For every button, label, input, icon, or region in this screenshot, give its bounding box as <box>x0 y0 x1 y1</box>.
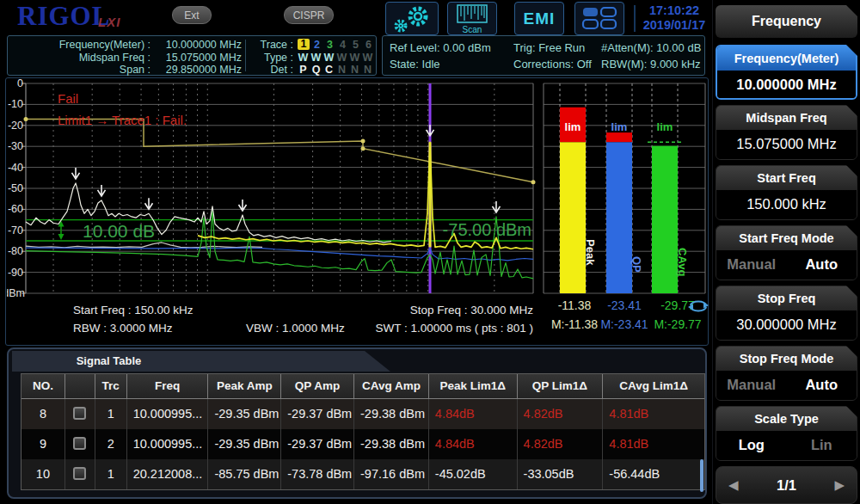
toggle-option-lin[interactable]: Lin <box>787 431 857 460</box>
marker-icon <box>98 185 106 196</box>
meter-bar-marker-value: M:-23.41 <box>597 317 652 331</box>
table-row[interactable]: 9210.000995...-29.35 dBm-29.37 dBm-29.38… <box>22 429 704 459</box>
column-header: QP Lim1Δ <box>518 374 604 399</box>
stop-freq-readout: Stop Freq : 30.000 MHz <box>410 304 533 317</box>
scan-button[interactable]: Scan <box>447 2 497 35</box>
column-header <box>65 374 95 399</box>
ext-trigger-button[interactable]: Ext <box>172 6 212 24</box>
trace-row: Trace :123456 <box>250 39 375 51</box>
menu-item-frequency-meter-[interactable]: Frequency(Meter)10.000000 MHz <box>716 45 857 100</box>
layout-grid-button[interactable] <box>574 2 624 35</box>
page-indicator: 1/1 <box>777 477 796 494</box>
vbw-readout: VBW : 1.0000 MHz <box>246 322 345 335</box>
cell-chk <box>65 399 95 429</box>
status-line: RBW(M): 9.000 kHz <box>601 56 701 72</box>
lim-label: lim <box>611 120 628 133</box>
limit-line <box>26 119 533 181</box>
toggle-option-manual[interactable]: Manual <box>716 250 787 280</box>
y-tick-label: -40 <box>8 162 23 174</box>
cell-peak_d: 4.84dB <box>429 399 518 429</box>
cell-qp: -29.37 dBm <box>281 399 354 429</box>
cell-no: 8 <box>22 399 65 429</box>
divider <box>245 40 246 71</box>
status-label: Span : <box>11 64 150 76</box>
signal-table: NO.TrcFreqPeak AmpQP AmpCAvg AmpPeak Lim… <box>21 373 705 490</box>
cell-cavg: -29.38 dBm <box>354 429 429 459</box>
emi-mode-button[interactable]: EMI <box>514 2 564 35</box>
trace-detector-2: Q <box>310 64 322 76</box>
bar-label-cavg: CAvg <box>676 248 689 277</box>
trace-row-label: Type : <box>250 52 293 64</box>
table-header-row: NO.TrcFreqPeak AmpQP AmpCAvg AmpPeak Lim… <box>22 374 704 399</box>
row-checkbox[interactable] <box>73 407 86 420</box>
system-status-panel: Ref Level: 0.00 dBmState: IdleTrig: Free… <box>382 35 705 76</box>
settings-button[interactable] <box>385 2 439 35</box>
page-next-icon[interactable]: ▶ <box>834 477 845 493</box>
scan-waveform-icon <box>457 4 488 23</box>
trace-number-1: 1 <box>298 39 310 50</box>
row-checkbox[interactable] <box>73 437 86 450</box>
row-checkbox[interactable] <box>73 467 86 480</box>
table-scrollbar[interactable] <box>700 459 703 492</box>
clock: 17:10:22 2019/01/17 <box>636 3 712 33</box>
cell-cavg: -97.16 dBm <box>354 459 429 489</box>
trace-row: Type :WWWWWW <box>250 52 374 64</box>
status-row: Midspan Freq :15.075000 MHz <box>11 52 242 64</box>
column-header: Peak Lim1Δ <box>429 374 518 399</box>
limit-vertex-dot <box>531 180 536 184</box>
column-header: NO. <box>22 374 65 399</box>
cell-trc: 2 <box>95 429 127 459</box>
meter-bar-Peak <box>560 142 586 293</box>
menu-item-stop-freq-mode[interactable]: Stop Freq ModeManualAuto <box>716 346 857 401</box>
toggle-option-manual[interactable]: Manual <box>716 371 787 400</box>
meter-bar-marker-value: M:-29.77 <box>650 317 705 331</box>
trace-number-4: 4 <box>336 39 349 51</box>
swap-icon[interactable] <box>687 299 710 313</box>
column-header: Freq <box>127 374 209 399</box>
frequency-status-panel: Trace :123456Type :WWWWWWDet :PQCNNN Fre… <box>7 35 377 76</box>
toggle-option-auto[interactable]: Auto <box>787 371 857 400</box>
cell-peak: -29.35 dBm <box>208 399 281 429</box>
time: 17:10:22 <box>636 3 712 18</box>
menu-item-stop-freq[interactable]: Stop Freq30.000000 MHz <box>716 286 857 341</box>
page-prev-icon[interactable]: ◀ <box>728 477 739 493</box>
lim-label: lim <box>565 120 581 133</box>
rigol-logo: RIGOL <box>17 1 110 32</box>
marker-icon <box>72 168 80 179</box>
status-label: Midspan Freq : <box>11 52 150 64</box>
menu-item-scale-type[interactable]: Scale TypeLogLin <box>716 406 857 461</box>
menu-item-toggle: LogLin <box>716 431 857 460</box>
y-axis-unit: dBm <box>7 287 25 299</box>
y-tick-label: -90 <box>8 267 23 279</box>
rbw-readout: RBW : 3.0000 MHz <box>73 322 173 335</box>
cispr-button[interactable]: CISPR <box>284 6 334 24</box>
cell-qp_d: -33.05dB <box>518 459 604 489</box>
cell-qp: -29.37 dBm <box>281 429 354 459</box>
menu-item-midspan-freq[interactable]: Midspan Freq15.075000 MHz <box>716 105 857 160</box>
status-column: Trig: Free RunCorrections: Off <box>513 40 592 72</box>
cell-peak: -85.75 dBm <box>208 459 281 489</box>
menu-item-value: 30.000000 MHz <box>716 310 857 340</box>
cell-trc: 1 <box>95 459 127 489</box>
toggle-option-auto[interactable]: Auto <box>787 250 857 280</box>
signal-table-tab[interactable]: Signal Table <box>12 351 390 372</box>
cell-no: 10 <box>22 459 65 489</box>
date: 2019/01/17 <box>636 18 712 33</box>
cell-qp_d: 4.82dB <box>518 399 604 429</box>
noise-floor <box>26 243 262 248</box>
trace-type-2: W <box>310 52 322 64</box>
menu-item-value: 150.000 kHz <box>716 190 857 219</box>
delta-label: 10.00 dB <box>83 221 155 241</box>
menu-item-start-freq-mode[interactable]: Start Freq ModeManualAuto <box>716 225 857 280</box>
menu-title-frequency[interactable]: Frequency <box>716 5 857 38</box>
table-row[interactable]: 8110.000995...-29.35 dBm-29.37 dBm-29.38… <box>22 399 704 429</box>
trace-type-1: W <box>297 52 310 64</box>
toggle-option-log[interactable]: Log <box>716 431 787 460</box>
menu-item-value: 10.000000 MHz <box>717 71 856 100</box>
menu-item-start-freq[interactable]: Start Freq150.000 kHz <box>716 165 857 220</box>
limit-vertex-dot <box>361 146 366 151</box>
max-trace-white <box>26 183 391 243</box>
menu-item-toggle: ManualAuto <box>716 250 857 280</box>
table-row[interactable]: 10120.212008...-85.75 dBm-73.78 dBm-97.1… <box>22 459 704 489</box>
limit-vertex-dot <box>361 139 366 144</box>
